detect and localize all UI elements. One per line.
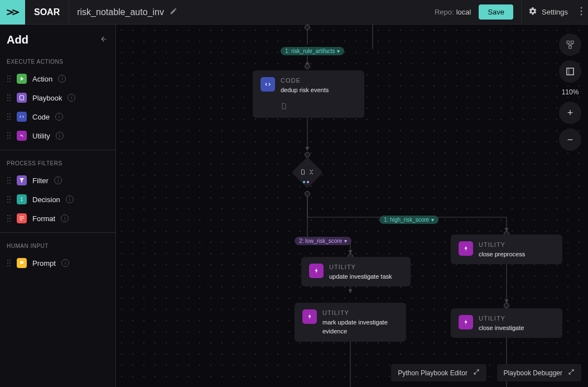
panel-label: Python Playbook Editor — [398, 369, 467, 377]
palette-prompt[interactable]: Prompt i — [0, 254, 115, 273]
palette-label: Playbook — [32, 94, 62, 102]
node-title: mark update investigate evidence — [322, 318, 398, 336]
palette-action[interactable]: Action i — [0, 69, 115, 88]
svg-point-22 — [7, 132, 8, 133]
debugger-panel[interactable]: Playbook Debugger — [497, 364, 581, 381]
canvas[interactable]: 1: risk_rule_artifacts▾ CODE dedup risk … — [116, 25, 588, 387]
palette-label: Format — [32, 214, 55, 223]
node-code-dedup[interactable]: CODE dedup risk events — [253, 70, 364, 118]
utility-icon — [17, 131, 27, 141]
palette-filter[interactable]: Filter i — [0, 171, 115, 190]
svg-point-42 — [7, 218, 8, 219]
info-icon[interactable]: i — [68, 94, 75, 102]
svg-rect-54 — [569, 46, 572, 49]
svg-point-7 — [7, 81, 8, 82]
app-name: SOAR — [25, 0, 69, 25]
zoom-in-button[interactable]: + — [559, 102, 581, 124]
info-icon[interactable]: i — [61, 259, 69, 267]
svg-point-26 — [7, 138, 8, 139]
info-icon[interactable]: i — [55, 113, 63, 121]
chevron-down-icon: ▾ — [431, 217, 434, 223]
svg-point-29 — [9, 177, 11, 178]
svg-point-8 — [9, 81, 11, 82]
svg-point-36 — [7, 199, 8, 200]
svg-point-37 — [9, 199, 11, 200]
svg-point-11 — [7, 97, 8, 98]
settings-button[interactable]: Settings — [521, 0, 575, 25]
palette-format[interactable]: Format i — [0, 209, 115, 228]
svg-point-12 — [9, 97, 11, 98]
code-icon — [17, 112, 27, 122]
expand-icon — [473, 369, 480, 377]
palette-decision[interactable]: Decision i — [0, 190, 115, 209]
palette-label: Prompt — [32, 259, 56, 267]
svg-point-48 — [7, 262, 8, 264]
node-decision[interactable] — [292, 157, 324, 189]
svg-point-24 — [7, 135, 8, 136]
node-type: UTILITY — [322, 308, 398, 318]
drag-handle-icon — [7, 259, 11, 267]
decision-icon — [17, 194, 27, 204]
zoom-out-button[interactable]: − — [559, 128, 581, 151]
info-icon[interactable]: i — [58, 75, 66, 83]
edge-pill-high[interactable]: 1: high_risk_score▾ — [379, 216, 438, 224]
info-icon[interactable]: i — [56, 132, 64, 140]
chevron-down-icon: ▾ — [344, 238, 347, 244]
palette-label: Decision — [32, 195, 60, 204]
playbook-icon — [17, 93, 27, 103]
playbook-name-field[interactable]: risk_notable_auto_inv — [69, 7, 185, 17]
panel-label: Playbook Debugger — [504, 369, 562, 377]
fit-view-button[interactable] — [559, 60, 581, 83]
node-close-investigate[interactable]: UTILITY close investigate — [451, 308, 562, 338]
node-mark-update[interactable]: UTILITY mark update investigate evidence — [295, 303, 406, 342]
section-label-filters: PROCESS FILTERS — [0, 155, 115, 171]
palette-label: Filter — [32, 176, 49, 185]
logo-icon[interactable] — [0, 0, 25, 25]
edge-pill-risk-rule[interactable]: 1: risk_rule_artifacts▾ — [281, 47, 344, 55]
svg-point-1 — [581, 10, 582, 12]
node-type: UTILITY — [479, 314, 524, 323]
save-button[interactable]: Save — [479, 4, 513, 20]
node-close-preprocess[interactable]: UTILITY close preprocess — [451, 235, 562, 264]
svg-point-27 — [9, 138, 11, 139]
drag-handle-icon — [7, 113, 11, 121]
svg-point-39 — [9, 202, 11, 203]
section-label-human: HUMAN INPUT — [0, 237, 115, 254]
node-update-task[interactable]: UTILITY update investigate task — [301, 257, 411, 286]
info-icon[interactable]: i — [61, 214, 69, 222]
overflow-menu-icon[interactable] — [575, 7, 588, 18]
svg-point-2 — [581, 13, 582, 15]
collapse-sidebar-icon[interactable] — [99, 35, 109, 45]
action-icon — [17, 74, 27, 84]
node-type: UTILITY — [329, 262, 392, 272]
svg-point-40 — [7, 215, 8, 216]
palette-utility[interactable]: Utility i — [0, 126, 115, 145]
svg-point-4 — [9, 75, 11, 77]
auto-layout-button[interactable] — [559, 34, 581, 56]
info-icon[interactable]: i — [66, 195, 74, 203]
prompt-icon — [17, 258, 27, 268]
svg-rect-53 — [571, 41, 574, 44]
edit-icon[interactable] — [170, 7, 177, 17]
filter-icon — [17, 175, 27, 185]
format-icon — [17, 213, 27, 223]
palette-code[interactable]: Code i — [0, 107, 115, 126]
python-editor-panel[interactable]: Python Playbook Editor — [391, 364, 486, 381]
svg-point-20 — [7, 119, 8, 120]
palette-playbook[interactable]: Playbook i — [0, 88, 115, 107]
node-title: close preprocess — [479, 250, 525, 259]
svg-point-16 — [7, 113, 8, 114]
svg-point-13 — [7, 100, 8, 101]
utility-icon — [459, 315, 473, 329]
repo-label: Repo: — [435, 8, 454, 16]
svg-rect-52 — [567, 41, 570, 44]
info-icon[interactable]: i — [54, 176, 62, 184]
svg-rect-55 — [567, 68, 573, 75]
node-title: update investigate task — [329, 272, 392, 281]
expand-icon — [568, 369, 575, 377]
svg-point-46 — [7, 260, 8, 261]
edge-pill-low[interactable]: 2: low_risk_score▾ — [295, 237, 351, 245]
svg-point-5 — [7, 78, 8, 79]
gear-icon — [528, 7, 537, 17]
svg-point-3 — [7, 75, 8, 77]
